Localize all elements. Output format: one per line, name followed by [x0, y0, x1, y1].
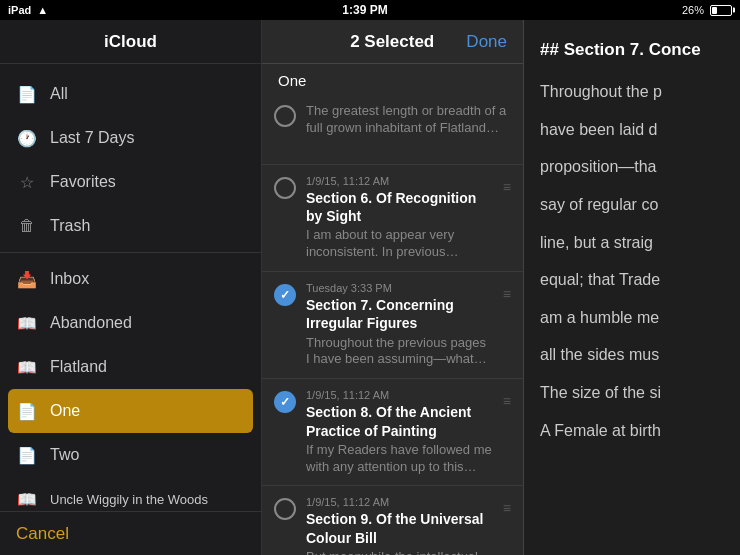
middle-header-title: 2 Selected	[318, 32, 466, 52]
note-item[interactable]: 1/9/15, 11:12 AM Section 9. Of the Unive…	[262, 486, 523, 555]
sidebar-item-label: Uncle Wiggily in the Woods	[50, 492, 208, 507]
sidebar-item-one[interactable]: 📄 One	[8, 389, 253, 433]
sidebar-item-label: Inbox	[50, 270, 89, 288]
note-date: Tuesday 3:33 PM	[306, 282, 493, 294]
trash-icon: 🗑	[16, 215, 38, 237]
book-icon: 📖	[16, 488, 38, 510]
sidebar-item-inbox[interactable]: 📥 Inbox	[0, 257, 261, 301]
cancel-button[interactable]: Cancel	[16, 524, 69, 544]
sidebar-item-label: Last 7 Days	[50, 129, 134, 147]
note-select-circle-checked[interactable]	[274, 391, 296, 413]
clock-icon: 🕐	[16, 127, 38, 149]
note-select-circle[interactable]	[274, 177, 296, 199]
right-content: ## Section 7. Conce Throughout the p hav…	[540, 36, 724, 443]
lines-icon: ≡	[503, 179, 511, 195]
wifi-icon: ▲	[37, 4, 48, 16]
note-content: 1/9/15, 11:12 AM Section 6. Of Recogniti…	[306, 175, 493, 261]
note-select-circle[interactable]	[274, 498, 296, 520]
sidebar-item-label: Flatland	[50, 358, 107, 376]
doc-icon: 📄	[16, 400, 38, 422]
sidebar-header: iCloud	[0, 20, 261, 64]
note-preview: The greatest length or breadth of a full…	[306, 103, 511, 137]
note-item[interactable]: 1/9/15, 11:12 AM Section 8. Of the Ancie…	[262, 379, 523, 486]
sidebar-item-label: Two	[50, 446, 79, 464]
sidebar-item-flatland[interactable]: 📖 Flatland	[0, 345, 261, 389]
sidebar-item-favorites[interactable]: ☆ Favorites	[0, 160, 261, 204]
sidebar-item-label: One	[50, 402, 80, 420]
status-bar: iPad ▲ 1:39 PM 26%	[0, 0, 740, 20]
middle-panel: 2 Selected Done One The greatest length …	[262, 20, 524, 555]
battery-icon	[710, 5, 732, 16]
lines-icon: ≡	[503, 500, 511, 516]
status-bar-right: 26%	[682, 4, 732, 16]
right-paragraph: The size of the si	[540, 380, 724, 406]
note-select-circle-checked[interactable]	[274, 284, 296, 306]
lines-icon: ≡	[503, 393, 511, 409]
right-paragraph: am a humble me	[540, 305, 724, 331]
note-content: The greatest length or breadth of a full…	[306, 103, 511, 137]
ipad-label: iPad	[8, 4, 31, 16]
sidebar-item-trash[interactable]: 🗑 Trash	[0, 204, 261, 248]
note-date: 1/9/15, 11:12 AM	[306, 389, 493, 401]
note-content: 1/9/15, 11:12 AM Section 8. Of the Ancie…	[306, 389, 493, 475]
right-paragraph: all the sides mus	[540, 342, 724, 368]
note-preview: Throughout the previous pages I have bee…	[306, 335, 493, 369]
note-content: 1/9/15, 11:12 AM Section 9. Of the Unive…	[306, 496, 493, 555]
note-preview: But meanwhile the intellectual Arts were…	[306, 549, 493, 555]
note-date: 1/9/15, 11:12 AM	[306, 175, 493, 187]
battery-fill	[712, 7, 717, 14]
battery-percent: 26%	[682, 4, 704, 16]
sidebar-item-two[interactable]: 📄 Two	[0, 433, 261, 477]
note-title: Section 6. Of Recognition by Sight	[306, 189, 493, 225]
note-item[interactable]: Tuesday 3:33 PM Section 7. Concerning Ir…	[262, 272, 523, 379]
note-item[interactable]: The greatest length or breadth of a full…	[262, 93, 523, 165]
sidebar-item-all[interactable]: 📄 All	[0, 72, 261, 116]
note-preview: I am about to appear very inconsistent. …	[306, 227, 493, 261]
note-date: 1/9/15, 11:12 AM	[306, 496, 493, 508]
sidebar-list: 📄 All 🕐 Last 7 Days ☆ Favorites 🗑 Trash …	[0, 64, 261, 511]
right-paragraph: have been laid d	[540, 117, 724, 143]
right-paragraph: proposition—tha	[540, 154, 724, 180]
status-bar-time: 1:39 PM	[342, 3, 387, 17]
book-icon: 📖	[16, 356, 38, 378]
sidebar-separator	[0, 252, 261, 253]
sidebar-title: iCloud	[104, 32, 157, 52]
sidebar-item-label: Abandoned	[50, 314, 132, 332]
sidebar-footer: Cancel	[0, 511, 261, 555]
right-paragraph: say of regular co	[540, 192, 724, 218]
all-icon: 📄	[16, 83, 38, 105]
note-title: Section 7. Concerning Irregular Figures	[306, 296, 493, 332]
middle-header: 2 Selected Done	[262, 20, 523, 64]
sidebar-item-abandoned[interactable]: 📖 Abandoned	[0, 301, 261, 345]
sidebar-item-label: Favorites	[50, 173, 116, 191]
notes-list: The greatest length or breadth of a full…	[262, 93, 523, 555]
book-icon: 📖	[16, 312, 38, 334]
note-content: Tuesday 3:33 PM Section 7. Concerning Ir…	[306, 282, 493, 368]
sidebar-item-last7days[interactable]: 🕐 Last 7 Days	[0, 116, 261, 160]
sidebar-item-label: Trash	[50, 217, 90, 235]
done-button[interactable]: Done	[466, 32, 507, 52]
sidebar-item-label: All	[50, 85, 68, 103]
right-panel: ## Section 7. Conce Throughout the p hav…	[524, 20, 740, 555]
right-paragraph: line, but a straig	[540, 230, 724, 256]
right-paragraph: equal; that Trade	[540, 267, 724, 293]
note-select-circle[interactable]	[274, 105, 296, 127]
right-heading: ## Section 7. Conce	[540, 36, 724, 63]
note-item[interactable]: 1/9/15, 11:12 AM Section 6. Of Recogniti…	[262, 165, 523, 272]
status-bar-left: iPad ▲	[8, 4, 48, 16]
doc-icon: 📄	[16, 444, 38, 466]
star-icon: ☆	[16, 171, 38, 193]
note-title: Section 9. Of the Universal Colour Bill	[306, 510, 493, 546]
sidebar: iCloud 📄 All 🕐 Last 7 Days ☆ Favorites 🗑…	[0, 20, 262, 555]
sidebar-item-uncle-wiggily[interactable]: 📖 Uncle Wiggily in the Woods	[0, 477, 261, 511]
right-paragraph: A Female at birth	[540, 418, 724, 444]
right-paragraph: Throughout the p	[540, 79, 724, 105]
folder-name: One	[262, 64, 523, 93]
note-title: Section 8. Of the Ancient Practice of Pa…	[306, 403, 493, 439]
lines-icon: ≡	[503, 286, 511, 302]
main-layout: iCloud 📄 All 🕐 Last 7 Days ☆ Favorites 🗑…	[0, 20, 740, 555]
note-preview: If my Readers have followed me with any …	[306, 442, 493, 476]
inbox-icon: 📥	[16, 268, 38, 290]
